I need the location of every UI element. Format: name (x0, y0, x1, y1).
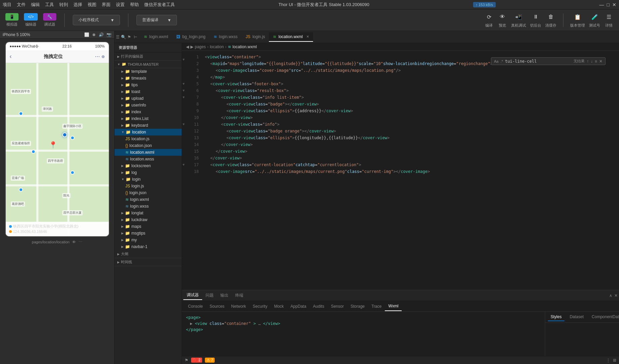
code-content[interactable]: ▼ ▼ ▼ ▼ ▼ (182, 51, 619, 290)
folder-timeaxis[interactable]: ▶ 📁 timeaxis (115, 75, 182, 82)
audio-icon[interactable]: 🔊 (99, 32, 104, 37)
devtools-appdata-tab[interactable]: AppData (287, 302, 310, 311)
folder-longlat[interactable]: ▶ 📁 longlat (115, 210, 182, 216)
tab-git-icon[interactable]: ⚑ (127, 35, 131, 39)
debug-close-icon[interactable]: ✕ (614, 293, 618, 298)
menu-item-tools[interactable]: 工具 (45, 2, 54, 8)
search-next-icon[interactable]: ↓ (591, 59, 593, 64)
folder-log[interactable]: ▶ 📁 log (115, 169, 182, 176)
test-button[interactable]: 🧪 测试号 (589, 12, 600, 28)
file-login-wxml[interactable]: ≋ login.wxml (115, 196, 182, 203)
project-section[interactable]: ▼ 📁 THORUI-MASTER (115, 61, 182, 68)
menu-item-view[interactable]: 视图 (88, 2, 96, 8)
folder-index[interactable]: ▶ 📁 index (115, 109, 182, 115)
simulator-button[interactable]: 📱 模拟器 (5, 13, 19, 27)
sidebar-tab-dataset[interactable]: Dataset (567, 313, 586, 321)
debug-tab-issues[interactable]: 问题 (202, 291, 217, 300)
file-location-wxml[interactable]: ≋ location.wxml (115, 149, 182, 156)
more-icon-btn[interactable]: ⋯ (79, 240, 82, 244)
tab-login-wxml[interactable]: ≋ login.wxml (140, 32, 172, 42)
code-lines[interactable]: <view class="container"> <map id="maps" … (201, 51, 619, 290)
sidebar-tab-styles[interactable]: Styles (548, 313, 564, 321)
file-login-json[interactable]: {} login.json (115, 189, 182, 196)
folder-keyboard[interactable]: ▶ 📁 keyboard (115, 122, 182, 129)
menu-item-wechat[interactable]: 微信开发者工具 (144, 2, 175, 8)
file-location-json[interactable]: {} location.json (115, 142, 182, 149)
devtools-more-icon[interactable]: ⋮ (606, 358, 610, 363)
devtools-console-tab[interactable]: Console (185, 302, 206, 311)
devtools-storage-tab[interactable]: Storage (347, 302, 368, 311)
debug-tab-output[interactable]: 输出 (217, 291, 232, 300)
devtools-expand-icon[interactable]: ⊞ (613, 358, 616, 363)
rotate-icon[interactable]: ⬜ (84, 32, 89, 37)
record-icon[interactable]: ⏺ (92, 32, 96, 37)
devtools-filter-icon[interactable]: ⚑ (185, 358, 188, 363)
devtools-wxml-tab[interactable]: Wxml (385, 302, 402, 311)
minimize-button[interactable]: — (599, 2, 604, 7)
search-input[interactable] (505, 59, 571, 64)
screenshot-icon[interactable]: 📷 (106, 32, 112, 37)
devtools-trace-tab[interactable]: Trace (368, 302, 385, 311)
menu-item-interface[interactable]: 界面 (102, 2, 111, 8)
debug-tab-terminal[interactable]: 终端 (232, 291, 247, 300)
folder-maps[interactable]: ▶ 📁 maps (115, 223, 182, 230)
open-editors-section[interactable]: ▶ 打开的编辑器 (115, 53, 182, 61)
clearstore-button[interactable]: 🗑 清缓存 (545, 12, 556, 28)
tab-close-icon[interactable]: ✕ (306, 35, 309, 38)
devtools-network-tab[interactable]: Network (228, 302, 249, 311)
folder-tips[interactable]: ▶ 📁 tips (115, 82, 182, 88)
menu-item-goto[interactable]: 转到 (59, 2, 68, 8)
folder-toast[interactable]: ▶ 📁 toast (115, 88, 182, 95)
file-location-js[interactable]: JS location.js (115, 135, 182, 142)
menu-item-project[interactable]: 项目 (3, 2, 11, 8)
devtools-sources-tab[interactable]: Sources (206, 302, 228, 311)
folder-indexlist[interactable]: ▶ 📁 index.List (115, 115, 182, 122)
wxml-page-close[interactable]: </page> (185, 327, 542, 333)
folder-upload[interactable]: ▶ 📁 upload (115, 95, 182, 102)
compile-button[interactable]: ⟳ 编译 (484, 12, 494, 28)
preview-icon-btn[interactable]: 👁 (72, 240, 76, 244)
preview-button[interactable]: 👁 预览 (498, 12, 507, 28)
search-list-icon[interactable]: ≡ (595, 59, 597, 64)
search-close-icon[interactable]: ✕ (599, 59, 602, 64)
menu-item-settings[interactable]: 设置 (116, 2, 125, 8)
debug-collapse-icon[interactable]: ∧ (609, 293, 612, 298)
folder-lockscreen[interactable]: ▶ 📁 lockscreen (115, 162, 182, 169)
folder-template[interactable]: ▶ 📁 template (115, 68, 182, 75)
tab-login-js[interactable]: JS login.js (242, 32, 269, 42)
tab-search-icon[interactable]: 🔍 (121, 35, 126, 39)
menu-item-help[interactable]: 帮助 (130, 2, 139, 8)
search-prev-icon[interactable]: ↑ (587, 59, 589, 64)
nav-back-icon[interactable]: ◀ (186, 44, 189, 49)
tab-location-wxml[interactable]: ≋ location.wxml ✕ (269, 32, 313, 42)
devtools-security-tab[interactable]: Security (249, 302, 271, 311)
menu-item-edit[interactable]: 编辑 (31, 2, 40, 8)
folder-login[interactable]: ▼ 📁 login (115, 176, 182, 183)
folder-my[interactable]: ▶ 📁 my (115, 237, 182, 243)
file-location-wxss[interactable]: ≋ location.wxss (115, 156, 182, 162)
folder-msgtips[interactable]: ▶ 📁 msgtips (115, 230, 182, 237)
editor-button[interactable]: </> 编辑器 (24, 13, 38, 27)
wxml-view-node[interactable]: ▶ <view class="container" > … </view> (185, 321, 542, 327)
folder-luckdraw[interactable]: ▶ 📁 luckdraw (115, 216, 182, 223)
wxml-page-node[interactable]: <page> (185, 314, 542, 321)
menu-item-file[interactable]: 文件 (17, 2, 26, 8)
debugger-button[interactable]: 🔧 调试器 (43, 13, 56, 27)
folder-location[interactable]: ▼ 📁 location (115, 129, 182, 135)
folder-userinfo[interactable]: ▶ 📁 userInfo (115, 102, 182, 109)
realdevice-button[interactable]: 📲 真机调试 (511, 12, 526, 28)
file-login-wxss[interactable]: ≋ login.wxss (115, 203, 182, 210)
sidebar-tab-componentdata[interactable]: ComponentData (589, 313, 619, 321)
menu-item-select[interactable]: 选择 (73, 2, 82, 8)
devtools-sensor-tab[interactable]: Sensor (328, 302, 347, 311)
mode-selector[interactable]: 小程序模式 ▼ (73, 15, 120, 25)
version-button[interactable]: 📋 版本管理 (570, 12, 585, 28)
file-login-js[interactable]: JS login.js (115, 183, 182, 189)
tab-login-wxss[interactable]: ≋ login.wxss (210, 32, 242, 42)
phone-location-button[interactable]: ⊕ (101, 54, 105, 59)
outline-section[interactable]: ▶ 大纲 (115, 250, 182, 258)
devtools-mock-tab[interactable]: Mock (271, 302, 287, 311)
tab-expand-icon[interactable]: ⊢ (134, 35, 137, 39)
phone-more-button[interactable]: ··· (95, 53, 100, 60)
cutoff-button[interactable]: ⏸ 切后台 (530, 12, 541, 28)
